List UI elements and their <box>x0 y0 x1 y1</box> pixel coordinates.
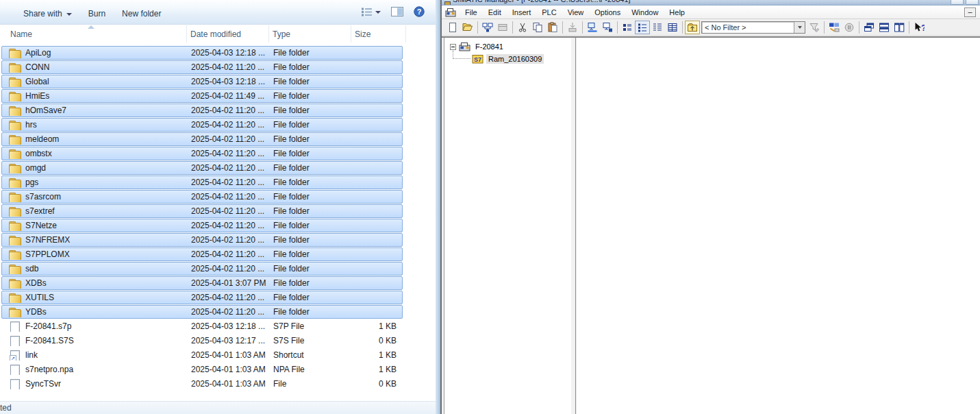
menu-item[interactable]: View <box>562 7 590 18</box>
pane-splitter[interactable] <box>570 38 576 414</box>
menu-item[interactable]: Insert <box>507 7 537 18</box>
file-date: 2025-04-03 12:18 ... <box>187 48 269 58</box>
filter-combobox[interactable]: < No Filter > <box>701 21 805 34</box>
change-view-button[interactable] <box>361 7 381 16</box>
menu-item[interactable]: Window <box>626 7 664 18</box>
file-row[interactable]: YDBs 2025-04-02 11:20 ... File folder <box>1 305 403 319</box>
download-button[interactable] <box>565 21 580 34</box>
file-name: XDBs <box>25 278 47 288</box>
maximize-button[interactable] <box>951 0 964 5</box>
cut-button[interactable] <box>515 21 530 34</box>
cut-icon <box>517 22 528 33</box>
file-row[interactable]: XUTILS 2025-04-02 11:20 ... File folder <box>1 291 403 304</box>
pause-button[interactable] <box>842 21 857 34</box>
large-icons-icon <box>622 22 633 33</box>
small-icons-button[interactable] <box>635 21 650 34</box>
file-type: File folder <box>269 149 350 158</box>
file-row[interactable]: Global 2025-04-03 12:18 ... File folder <box>1 75 403 88</box>
simulation-button[interactable] <box>827 21 842 34</box>
file-row[interactable]: F-20841.s7p 2025-04-03 12:18 ... S7P Fil… <box>1 319 403 333</box>
file-type: Shortcut <box>269 350 350 360</box>
simulation-icon <box>829 22 840 33</box>
menu-item[interactable]: Edit <box>483 7 507 18</box>
project-client-area: F-20841 S7 Ram_20160309 <box>442 36 980 414</box>
column-header-name[interactable]: Name <box>0 25 187 42</box>
file-row[interactable]: S7Netze 2025-04-02 11:20 ... File folder <box>1 219 403 232</box>
menu-item[interactable]: Help <box>664 7 690 18</box>
mdi-minimize-button[interactable]: – <box>964 8 976 17</box>
file-row[interactable]: omgd 2025-04-02 11:20 ... File folder <box>1 161 403 175</box>
column-header-date-modified[interactable]: Date modified <box>187 25 269 42</box>
file-row[interactable]: hrs 2025-04-02 11:20 ... File folder <box>1 118 403 132</box>
file-name: S7PPLOMX <box>25 249 70 259</box>
open-button[interactable] <box>460 21 475 34</box>
file-row[interactable]: XDBs 2025-04-01 3:07 PM File folder <box>1 276 403 290</box>
preview-pane-icon[interactable] <box>391 7 403 16</box>
paste-button[interactable] <box>545 21 560 34</box>
new-document-button[interactable] <box>445 21 460 34</box>
file-row[interactable]: ombstx 2025-04-02 11:20 ... File folder <box>1 147 403 160</box>
file-row[interactable]: HmiEs 2025-04-02 11:49 ... File folder <box>1 89 403 103</box>
menu-item[interactable]: PLC <box>536 7 562 18</box>
object-detail-pane[interactable] <box>577 38 980 414</box>
details-view-icon <box>667 22 678 33</box>
file-icon <box>9 62 21 73</box>
list-view-button[interactable] <box>650 21 665 34</box>
collapse-icon[interactable] <box>450 44 456 50</box>
file-row[interactable]: S7NFREMX 2025-04-02 11:20 ... File folde… <box>1 233 403 247</box>
explorer-window: Share with Burn New folder <box>0 0 440 414</box>
file-row[interactable]: hOmSave7 2025-04-02 11:20 ... File folde… <box>1 103 403 117</box>
file-row[interactable]: ApiLog 2025-04-03 12:18 ... File folder <box>1 46 403 60</box>
download-icon <box>567 22 578 33</box>
file-date: 2025-04-01 1:03 AM <box>187 365 269 374</box>
file-row[interactable]: s7asrcom 2025-04-02 11:20 ... File folde… <box>1 190 403 204</box>
file-row[interactable]: s7extref 2025-04-02 11:20 ... File folde… <box>1 204 403 218</box>
file-list: ApiLog 2025-04-03 12:18 ... File folder … <box>0 42 436 401</box>
up-one-level-icon <box>687 22 698 33</box>
file-date: 2025-04-02 11:20 ... <box>187 192 269 202</box>
context-help-button[interactable]: ? <box>912 21 927 34</box>
file-row[interactable]: SyncTSvr 2025-04-01 1:03 AM File 0 KB <box>1 377 403 391</box>
combo-dropdown-button[interactable] <box>794 22 805 33</box>
large-icons-button[interactable] <box>620 21 635 34</box>
menu-item[interactable]: File <box>460 7 483 18</box>
menu-item[interactable]: Options <box>589 7 626 18</box>
tree-node-project[interactable]: F-20841 <box>450 41 505 52</box>
tree-node-s7-program[interactable]: S7 Ram_20160309 <box>472 53 544 64</box>
cascade-windows-button[interactable] <box>862 21 877 34</box>
project-tree-pane[interactable]: F-20841 S7 Ram_20160309 <box>444 38 570 414</box>
file-row[interactable]: CONN 2025-04-02 11:20 ... File folder <box>1 60 403 74</box>
online-button[interactable] <box>585 21 600 34</box>
file-row[interactable]: S7PPLOMX 2025-04-02 11:20 ... File folde… <box>1 247 403 261</box>
tile-vertical-button[interactable] <box>892 21 907 34</box>
details-view-button[interactable] <box>665 21 680 34</box>
file-row[interactable]: sdb 2025-04-02 11:20 ... File folder <box>1 262 403 276</box>
column-header-type[interactable]: Type <box>269 25 351 42</box>
file-row[interactable]: link 2025-04-01 1:03 AM Shortcut 1 KB <box>1 348 403 362</box>
burn-button[interactable]: Burn <box>80 5 114 22</box>
chevron-down-icon <box>375 11 381 14</box>
file-icon <box>9 235 21 245</box>
file-name: XUTILS <box>25 293 54 302</box>
file-size: 1 KB <box>350 350 402 360</box>
share-with-button[interactable]: Share with <box>15 5 80 22</box>
help-icon[interactable]: ? <box>414 6 425 17</box>
title-bar[interactable]: SIMATIC Manager - [F-20841 -- C:\Users\.… <box>442 0 980 5</box>
up-one-level-button[interactable] <box>685 21 700 34</box>
set-filter-button[interactable] <box>807 21 822 34</box>
open-folder-icon <box>462 22 473 33</box>
file-row[interactable]: F-20841.S7S 2025-04-03 12:17 ... S7S Fil… <box>1 334 403 348</box>
offline-button[interactable] <box>600 21 615 34</box>
close-button[interactable] <box>966 0 979 5</box>
memory-card-button[interactable] <box>495 21 510 34</box>
file-date: 2025-04-02 11:20 ... <box>187 106 269 115</box>
new-folder-button[interactable]: New folder <box>114 5 169 22</box>
file-row[interactable]: s7netpro.npa 2025-04-01 1:03 AM NPA File… <box>1 363 403 376</box>
tile-horizontal-button[interactable] <box>877 21 892 34</box>
accessible-nodes-button[interactable] <box>480 21 495 34</box>
svg-text:?: ? <box>921 23 925 32</box>
file-row[interactable]: meldeom 2025-04-02 11:20 ... File folder <box>1 132 403 146</box>
copy-button[interactable] <box>530 21 545 34</box>
file-row[interactable]: pgs 2025-04-02 11:20 ... File folder <box>1 175 403 189</box>
column-header-size[interactable]: Size <box>351 25 406 42</box>
